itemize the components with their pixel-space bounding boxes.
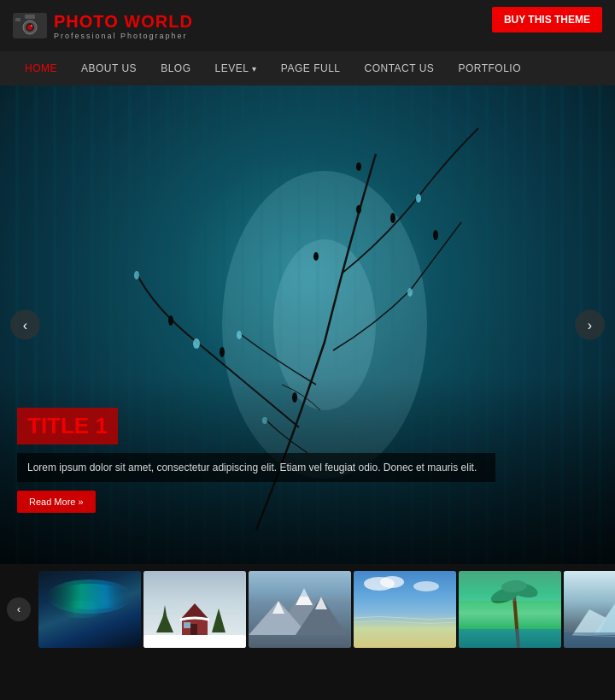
hero-slider: ‹ › TITLE 1 Lorem ipsum dolor sit amet, …: [0, 85, 615, 564]
main-nav: HOME ABOUT US BLOG LEVEL ▾ PAGE FULL CON…: [0, 51, 615, 85]
read-more-button[interactable]: Read More »: [17, 491, 96, 513]
logo-title: PHOTO WORLD: [54, 12, 193, 32]
nav-blog[interactable]: BLOG: [149, 51, 202, 85]
svg-point-42: [413, 581, 439, 591]
chevron-down-icon: ▾: [252, 64, 257, 74]
nav-page-full[interactable]: PAGE FULL: [269, 51, 353, 85]
slide-title: TITLE 1: [17, 408, 118, 444]
svg-point-9: [193, 338, 200, 349]
svg-marker-27: [212, 609, 226, 632]
thumbnail-3[interactable]: [249, 571, 351, 648]
svg-point-11: [407, 288, 413, 297]
slider-next-button[interactable]: ›: [575, 310, 605, 340]
svg-rect-52: [564, 632, 615, 648]
nav-level[interactable]: LEVEL ▾: [202, 51, 268, 85]
thumbnails-container: [0, 567, 615, 652]
svg-point-17: [433, 230, 438, 240]
svg-rect-1: [25, 15, 35, 19]
logo-world: WORLD: [124, 12, 193, 31]
svg-point-15: [220, 347, 225, 357]
thumbnail-5[interactable]: [459, 571, 561, 648]
svg-rect-47: [459, 629, 561, 648]
svg-point-13: [237, 331, 242, 339]
logo-text: PHOTO WORLD Professional Photographer: [54, 12, 193, 40]
logo-photo: PHOTO: [54, 12, 119, 31]
nav-contact[interactable]: CONTACT US: [352, 51, 446, 85]
nav-portfolio[interactable]: PORTFOLIO: [446, 51, 533, 85]
svg-point-14: [134, 271, 139, 279]
svg-rect-48: [459, 571, 561, 601]
logo-area: PHOTO WORLD Professional Photographer: [13, 12, 193, 40]
nav-about[interactable]: ABOUT US: [69, 51, 149, 85]
svg-point-22: [356, 205, 361, 214]
buy-theme-button[interactable]: BUY THIS THEME: [492, 7, 602, 32]
header: PHOTO WORLD Professional Photographer BU…: [0, 0, 615, 51]
thumbnail-1[interactable]: [38, 571, 141, 648]
svg-point-41: [380, 576, 404, 588]
svg-rect-6: [15, 18, 20, 21]
svg-point-10: [416, 194, 421, 203]
svg-rect-31: [184, 622, 190, 628]
slider-prev-button[interactable]: ‹: [10, 310, 40, 340]
nav-home[interactable]: HOME: [13, 51, 69, 85]
thumbnails-prev-button[interactable]: ‹: [7, 597, 31, 621]
logo-subtitle: Professional Photographer: [54, 32, 193, 40]
svg-rect-30: [190, 624, 197, 637]
svg-point-5: [31, 25, 32, 26]
slide-content: TITLE 1 Lorem ipsum dolor sit amet, cons…: [17, 408, 598, 513]
svg-point-21: [313, 252, 319, 261]
svg-rect-39: [249, 571, 351, 597]
thumbnail-strip: ‹: [0, 564, 615, 654]
svg-point-16: [168, 315, 173, 326]
thumbnail-4[interactable]: [354, 571, 456, 648]
svg-rect-32: [144, 635, 246, 648]
svg-point-18: [390, 213, 395, 223]
camera-icon: [13, 13, 47, 38]
thumbnail-6[interactable]: [564, 571, 615, 648]
svg-point-24: [51, 601, 111, 618]
thumbnail-2[interactable]: [144, 571, 246, 648]
svg-marker-26: [156, 612, 173, 632]
svg-point-19: [356, 162, 361, 171]
slide-description: Lorem ipsum dolor sit amet, consectetur …: [17, 453, 495, 482]
